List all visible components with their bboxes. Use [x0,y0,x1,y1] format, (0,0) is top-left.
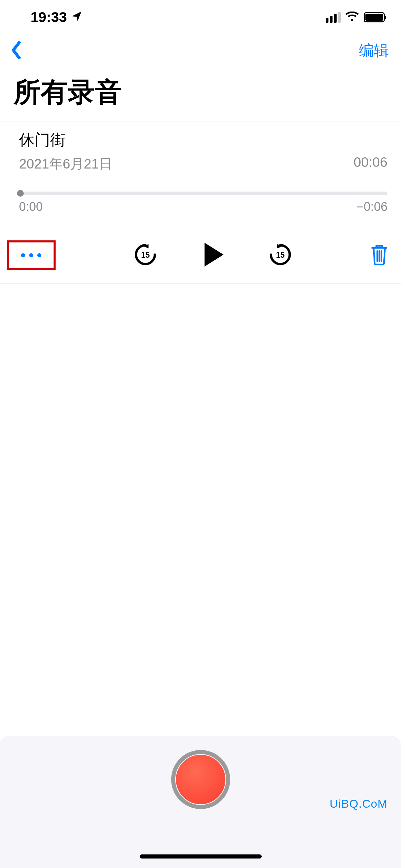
back-button[interactable] [11,41,22,60]
status-right [326,12,385,23]
more-options-button[interactable] [7,240,56,270]
ellipsis-icon [29,253,33,257]
divider [0,283,401,283]
page-title: 所有录音 [0,71,401,121]
ellipsis-icon [21,253,25,257]
center-controls: 15 15 [133,240,293,270]
home-indicator[interactable] [140,854,262,859]
delete-button[interactable] [370,244,389,267]
time-row: 0:00 −0:06 [19,200,387,214]
recording-title: 休门街 [19,130,387,151]
svg-text:15: 15 [141,251,150,259]
remaining-time: −0:06 [357,200,387,214]
elapsed-time: 0:00 [19,200,43,214]
skip-forward-button[interactable]: 15 [268,242,293,269]
recording-duration: 00:06 [354,155,387,173]
skip-back-button[interactable]: 15 [133,242,158,269]
nav-bar: 编辑 [0,31,401,71]
wifi-icon [345,12,359,23]
playback-slider[interactable] [19,192,387,195]
recording-item[interactable]: 休门街 2021年6月21日 00:06 0:00 −0:06 [0,121,401,228]
playback-controls: 15 15 [0,228,401,283]
status-bar: 19:33 [0,0,401,31]
recording-date: 2021年6月21日 [19,155,113,173]
battery-icon [364,12,385,22]
status-left: 19:33 [31,9,82,25]
recording-meta: 2021年6月21日 00:06 [19,155,387,173]
svg-text:15: 15 [276,251,285,259]
slider-thumb-icon[interactable] [17,190,24,197]
watermark: UiBQ.CoM [330,797,387,810]
status-time: 19:33 [31,9,67,25]
record-button[interactable] [171,750,230,809]
play-button[interactable] [199,240,227,270]
ellipsis-icon [37,253,41,257]
cellular-icon [326,12,341,23]
record-icon [176,755,225,804]
location-icon [71,9,82,25]
edit-button[interactable]: 编辑 [359,41,389,61]
